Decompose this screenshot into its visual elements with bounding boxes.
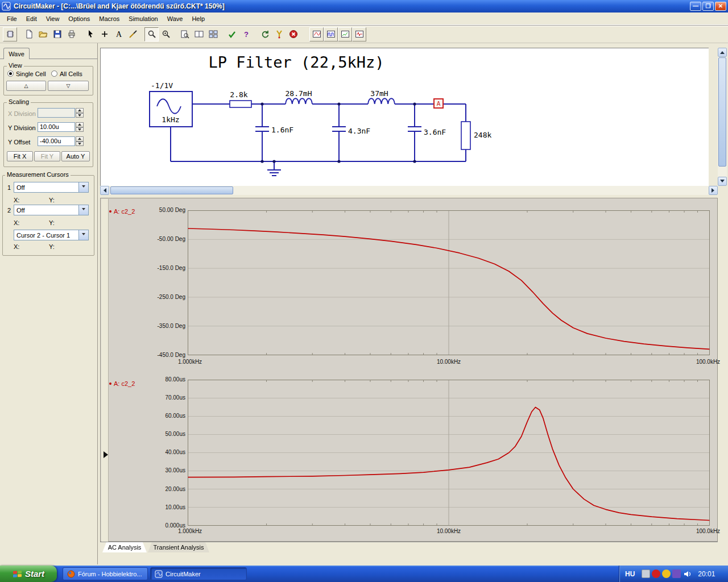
radio-all-cells-label[interactable]: All Cells <box>60 70 82 77</box>
open-file-button[interactable] <box>36 27 50 41</box>
tray-monitor-icon[interactable] <box>642 569 650 578</box>
start-button[interactable]: Start <box>0 566 57 582</box>
app-icon[interactable] <box>2 2 11 11</box>
minimize-button[interactable]: — <box>690 2 701 11</box>
rules-check-button[interactable] <box>225 27 239 41</box>
probe-tool-button[interactable] <box>272 27 286 41</box>
tile-windows-button[interactable] <box>206 27 220 41</box>
c2-label: 4.3nF <box>348 127 370 135</box>
circuit-hscrollbar[interactable] <box>100 186 718 195</box>
hscroll-thumb[interactable] <box>110 186 233 194</box>
vscroll-thumb[interactable] <box>718 57 726 167</box>
radio-single-cell[interactable] <box>7 70 14 77</box>
voltage-source[interactable]: -1/1V 1kHz <box>150 81 192 127</box>
tab-ac-analysis[interactable]: AC Analysis <box>102 542 147 552</box>
help-button[interactable]: ? <box>239 27 253 41</box>
analog-waveform-button[interactable] <box>309 27 324 41</box>
language-indicator[interactable]: HU <box>625 570 635 578</box>
menu-options[interactable]: Options <box>64 14 94 24</box>
pointer-tool-button[interactable] <box>83 27 97 41</box>
menu-macros[interactable]: Macros <box>94 14 124 24</box>
maximize-button[interactable]: ❐ <box>702 2 714 11</box>
clock[interactable]: 20:01 <box>698 570 715 578</box>
cursor-diff-dropdown[interactable]: Cursor 2 - Cursor 1 <box>14 230 89 240</box>
signal-trace-button[interactable] <box>338 27 352 41</box>
inductor-l1[interactable]: 28.7mH <box>286 89 312 104</box>
y-offset-spin-up[interactable] <box>76 136 84 142</box>
probe-a[interactable]: A <box>434 99 443 108</box>
scroll-cell-up-button[interactable]: △ <box>6 81 46 91</box>
fit-x-button[interactable]: Fit X <box>7 151 33 161</box>
cursor1-dropdown-button[interactable] <box>78 182 88 192</box>
y-offset-spin-down[interactable] <box>76 142 84 147</box>
menu-file[interactable]: File <box>2 14 22 24</box>
new-document-button[interactable] <box>22 27 36 41</box>
capacitor-c2[interactable]: 4.3nF <box>332 127 370 135</box>
menu-edit[interactable]: Edit <box>22 14 42 24</box>
group-delay-plot[interactable] <box>188 380 710 526</box>
text-tool-button[interactable]: A <box>111 27 126 41</box>
pulse-trace-button[interactable] <box>352 27 366 41</box>
y-division-input[interactable]: 10.00u <box>38 122 75 132</box>
menu-simulation[interactable]: Simulation <box>124 14 162 24</box>
cursor-diff-dropdown-button[interactable] <box>78 230 88 240</box>
fit-y-button: Fit Y <box>34 151 60 161</box>
radio-all-cells[interactable] <box>51 70 57 77</box>
reset-simulation-button[interactable] <box>258 27 272 41</box>
tray-purple-icon[interactable] <box>672 569 681 578</box>
scroll-up-button[interactable] <box>718 48 727 57</box>
plot2-series-name: A: c2_2 <box>114 380 135 387</box>
stop-simulation-button[interactable] <box>286 27 300 41</box>
y-offset-label: Y Offset <box>8 139 30 146</box>
toolbar-separator <box>253 27 258 41</box>
split-window-button[interactable] <box>192 27 206 41</box>
plot1-xtick: 10.00kHz <box>437 359 461 365</box>
tray-yellow-icon[interactable] <box>662 569 671 578</box>
scroll-right-button[interactable] <box>709 186 718 195</box>
tray-red-icon[interactable] <box>652 569 660 578</box>
circuit-vscrollbar[interactable] <box>718 48 727 186</box>
y-offset-input[interactable]: -40.00u <box>38 136 75 146</box>
menu-view[interactable]: View <box>42 14 64 24</box>
capacitor-c1[interactable]: 1.6nF <box>255 126 293 134</box>
scroll-down-button[interactable] <box>718 177 727 186</box>
capacitor-c3[interactable]: 3.6nF <box>408 127 446 136</box>
save-button[interactable] <box>50 27 64 41</box>
window-title: CircuitMaker - [C:...\Brüel and Kjaer öt… <box>14 2 689 10</box>
cursor2-dropdown-button[interactable] <box>78 205 88 215</box>
cursor2-dropdown[interactable]: Off <box>14 205 89 215</box>
page-zoom-button[interactable] <box>177 27 192 41</box>
phase-plot[interactable] <box>188 210 710 355</box>
radio-single-cell-label[interactable]: Single Cell <box>16 70 46 77</box>
print-button[interactable] <box>64 27 78 41</box>
tab-wave[interactable]: Wave <box>3 48 30 59</box>
y-division-spin-down[interactable] <box>76 127 84 132</box>
wires[interactable] <box>171 104 466 161</box>
inductor-l2[interactable]: 37mH <box>368 89 395 104</box>
volume-icon[interactable] <box>683 569 692 579</box>
add-part-button[interactable] <box>97 27 111 41</box>
schematic-canvas[interactable]: LP Filter (22,5kHz) -1/1V 1kHz 2.8k <box>101 48 709 186</box>
ground-symbol[interactable] <box>267 161 281 176</box>
tab-transient-analysis[interactable]: Transient Analysis <box>148 542 209 552</box>
zoom-in-button[interactable] <box>159 27 173 41</box>
taskbar-item-forum[interactable]: Fórum - Hobbielektro... <box>63 567 148 580</box>
cursor1-dropdown[interactable]: Off <box>14 182 89 193</box>
pane-resize-handle[interactable] <box>104 451 111 458</box>
zoom-select-button[interactable] <box>144 27 159 41</box>
taskbar-item-circuitmaker[interactable]: CircuitMaker <box>150 567 247 580</box>
y-division-spin-up[interactable] <box>76 122 84 127</box>
menu-bar: File Edit View Options Macros Simulation… <box>0 13 728 25</box>
auto-y-button[interactable]: Auto Y <box>61 151 90 161</box>
menu-wave[interactable]: Wave <box>163 14 188 24</box>
menu-help[interactable]: Help <box>187 14 209 24</box>
scroll-left-button[interactable] <box>100 186 109 195</box>
digital-waveform-button[interactable] <box>324 27 338 41</box>
parts-browser-button[interactable] <box>3 27 17 41</box>
resistor-r2[interactable]: 248k <box>461 122 491 149</box>
wire-tool-button[interactable] <box>126 27 140 41</box>
tab-wave-label: Wave <box>9 51 24 57</box>
close-button[interactable]: ✕ <box>715 2 726 11</box>
resistor-r1[interactable]: 2.8k <box>230 90 251 107</box>
scroll-cell-down-button[interactable]: ▽ <box>48 81 89 91</box>
